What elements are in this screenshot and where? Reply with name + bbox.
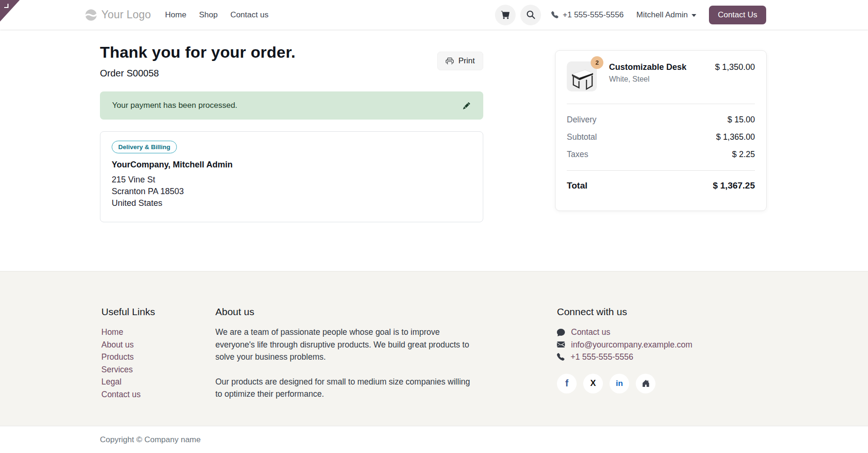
corner-elbow-icon — [3, 3, 10, 9]
footer: Useful Links Home About us Products Serv… — [0, 271, 868, 426]
payment-status-alert: Your payment has been processed. — [100, 91, 483, 120]
edit-message-button[interactable] — [462, 101, 471, 110]
footer-about-paragraph: Our products are designed for small to m… — [215, 376, 471, 400]
totals-row-taxes: Taxes $ 2.25 — [567, 150, 755, 159]
search-button[interactable] — [520, 5, 541, 25]
totals-value: $ 15.00 — [728, 115, 755, 125]
footer-link-services[interactable]: Services — [101, 363, 215, 376]
totals-label: Taxes — [567, 150, 588, 159]
product-variant: White, Steel — [609, 75, 709, 83]
header-actions: +1 555-555-5556 Mitchell Admin Contact U… — [490, 5, 766, 25]
footer-link-legal[interactable]: Legal — [101, 376, 215, 388]
footer-contact-label: Contact us — [571, 326, 610, 339]
footer-link-contact-us[interactable]: Contact us — [101, 388, 215, 401]
address-line: United States — [112, 197, 472, 209]
footer-phone-link[interactable]: +1 555-555-5556 — [557, 351, 767, 363]
footer-connect: Connect with us Contact us info@yourcomp… — [557, 306, 767, 426]
x-twitter-icon: X — [590, 378, 596, 388]
footer-about: About us We are a team of passionate peo… — [215, 306, 471, 426]
header-phone-link[interactable]: +1 555-555-5556 — [551, 10, 624, 20]
backend-editor-corner-ribbon[interactable] — [0, 0, 20, 22]
logo-sphere-icon — [85, 9, 97, 21]
footer-links-title: Useful Links — [101, 306, 215, 317]
chevron-down-icon — [692, 14, 696, 17]
delivery-billing-card: Delivery & Billing YourCompany, Mitchell… — [100, 131, 483, 222]
total-label: Total — [567, 181, 587, 191]
footer-email-link[interactable]: info@yourcompany.example.com — [557, 339, 767, 351]
footer-link-home[interactable]: Home — [101, 326, 215, 339]
search-icon — [526, 10, 535, 19]
recipient-name: YourCompany, Mitchell Admin — [112, 160, 472, 170]
footer-connect-title: Connect with us — [557, 306, 767, 317]
nav-item-contact-us[interactable]: Contact us — [230, 10, 268, 20]
cart-icon — [501, 10, 510, 19]
nav-item-shop[interactable]: Shop — [199, 10, 218, 20]
top-navbar: Your Logo Home Shop Contact us +1 555-55… — [0, 0, 868, 30]
payment-status-text: Your payment has been processed. — [112, 101, 237, 110]
totals-row-subtotal: Subtotal $ 1,365.00 — [567, 132, 755, 142]
footer-about-title: About us — [215, 306, 471, 317]
copyright-text: Copyright © Company name — [100, 435, 201, 445]
footer-link-about-us[interactable]: About us — [101, 339, 215, 351]
totals-section: Delivery $ 15.00 Subtotal $ 1,365.00 Tax… — [567, 115, 755, 159]
product-name: Customizable Desk — [609, 62, 709, 72]
order-reference: Order S00058 — [100, 68, 296, 79]
printer-icon — [446, 57, 454, 65]
totals-value: $ 2.25 — [732, 150, 755, 159]
recipient-address: 215 Vine St Scranton PA 18503 United Sta… — [112, 174, 472, 209]
facebook-button[interactable]: f — [557, 374, 577, 393]
copyright-bar: Copyright © Company name — [0, 426, 868, 453]
site-logo[interactable]: Your Logo — [85, 8, 151, 21]
logo-text: Your Logo — [101, 8, 151, 21]
facebook-icon: f — [565, 378, 569, 389]
footer-contact-link[interactable]: Contact us — [557, 326, 767, 339]
print-button-label: Print — [458, 56, 475, 66]
summary-divider — [567, 170, 755, 171]
header-phone-number: +1 555-555-5556 — [563, 10, 624, 20]
print-button[interactable]: Print — [437, 52, 483, 70]
totals-label: Subtotal — [567, 132, 597, 142]
cart-button[interactable] — [495, 5, 516, 25]
page-title: Thank you for your order. — [100, 43, 296, 61]
nav-item-home[interactable]: Home — [165, 10, 186, 20]
totals-value: $ 1,365.00 — [716, 132, 755, 142]
website-home-button[interactable] — [636, 374, 655, 393]
totals-row-delivery: Delivery $ 15.00 — [567, 115, 755, 125]
address-line: 215 Vine St — [112, 174, 472, 186]
social-links: f X in — [557, 374, 767, 393]
main-nav: Home Shop Contact us — [165, 10, 268, 20]
envelope-icon — [557, 340, 565, 348]
x-twitter-button[interactable]: X — [583, 374, 603, 393]
total-value: $ 1,367.25 — [713, 181, 755, 191]
totals-row-total: Total $ 1,367.25 — [567, 181, 755, 191]
footer-phone-label: +1 555-555-5556 — [571, 351, 633, 363]
linkedin-button[interactable]: in — [609, 374, 629, 393]
footer-link-products[interactable]: Products — [101, 351, 215, 363]
phone-icon — [557, 353, 564, 361]
order-summary-card: 2 Customizable Desk White, Steel $ 1,350… — [555, 50, 767, 211]
footer-about-paragraph: We are a team of passionate people whose… — [215, 326, 471, 363]
order-line-item: 2 Customizable Desk White, Steel $ 1,350… — [567, 61, 755, 91]
chat-icon — [557, 328, 565, 336]
home-icon — [642, 379, 650, 387]
confirmation-column: Thank you for your order. Order S00058 P… — [100, 43, 483, 271]
footer-email-label: info@yourcompany.example.com — [571, 339, 693, 351]
footer-useful-links: Useful Links Home About us Products Serv… — [101, 306, 215, 426]
contact-us-button[interactable]: Contact Us — [709, 6, 766, 24]
delivery-billing-badge: Delivery & Billing — [112, 141, 177, 153]
user-menu-dropdown[interactable]: Mitchell Admin — [636, 10, 696, 20]
totals-label: Delivery — [567, 115, 596, 125]
quantity-badge: 2 — [591, 56, 603, 69]
main-content: Thank you for your order. Order S00058 P… — [0, 30, 868, 271]
summary-divider — [567, 104, 755, 104]
address-line: Scranton PA 18503 — [112, 186, 472, 197]
user-menu-label: Mitchell Admin — [636, 10, 688, 20]
linkedin-icon: in — [616, 379, 623, 388]
pencil-icon — [463, 102, 470, 109]
product-price: $ 1,350.00 — [715, 61, 755, 72]
phone-icon — [551, 11, 558, 18]
